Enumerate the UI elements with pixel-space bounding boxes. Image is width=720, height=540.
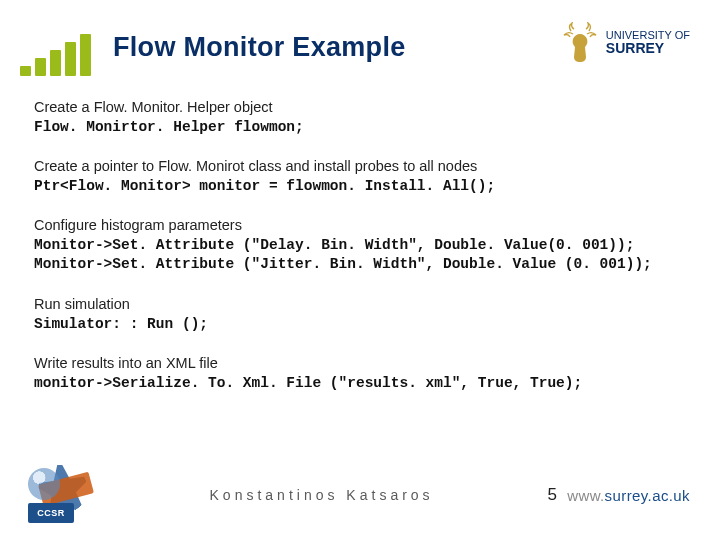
author-name: Konstantinos Katsaros xyxy=(106,487,537,503)
step-label: Write results into an XML file xyxy=(34,354,686,374)
step-label: Create a Flow. Monitor. Helper object xyxy=(34,98,686,118)
university-logo: UNIVERSITY OF SURREY xyxy=(560,22,690,64)
step-1: Create a Flow. Monitor. Helper object Fl… xyxy=(34,98,686,137)
step-5: Write results into an XML file monitor->… xyxy=(34,354,686,393)
step-code: Monitor->Set. Attribute ("Delay. Bin. Wi… xyxy=(34,236,686,256)
page-title: Flow Monitor Example xyxy=(113,22,560,63)
footer: CCSR Konstantinos Katsaros 5 www.surrey.… xyxy=(0,460,720,530)
slide-body: Create a Flow. Monitor. Helper object Fl… xyxy=(0,76,720,393)
ccsr-badge-icon: CCSR xyxy=(28,464,106,526)
step-code: Monitor->Set. Attribute ("Jitter. Bin. W… xyxy=(34,255,686,275)
url-prefix: www. xyxy=(567,487,604,504)
logo-text: SURREY xyxy=(606,40,664,56)
step-label: Configure histogram parameters xyxy=(34,216,686,236)
url-host: surrey.ac.uk xyxy=(605,487,690,504)
footer-url: www.surrey.ac.uk xyxy=(567,487,690,504)
step-3: Configure histogram parameters Monitor->… xyxy=(34,216,686,275)
step-code: Flow. Monirtor. Helper flowmon; xyxy=(34,118,686,138)
step-4: Run simulation Simulator: : Run (); xyxy=(34,295,686,334)
step-code: Simulator: : Run (); xyxy=(34,315,686,335)
header: Flow Monitor Example UNIVERSITY OF SURRE… xyxy=(0,0,720,76)
stag-icon xyxy=(560,22,600,64)
badge-label: CCSR xyxy=(28,503,74,523)
signal-bars-icon xyxy=(20,34,91,76)
step-label: Create a pointer to Flow. Monirot class … xyxy=(34,157,686,177)
page-number: 5 xyxy=(537,485,567,505)
step-code: Ptr<Flow. Monitor> monitor = flowmon. In… xyxy=(34,177,686,197)
step-label: Run simulation xyxy=(34,295,686,315)
step-2: Create a pointer to Flow. Monirot class … xyxy=(34,157,686,196)
step-code: monitor->Serialize. To. Xml. File ("resu… xyxy=(34,374,686,394)
